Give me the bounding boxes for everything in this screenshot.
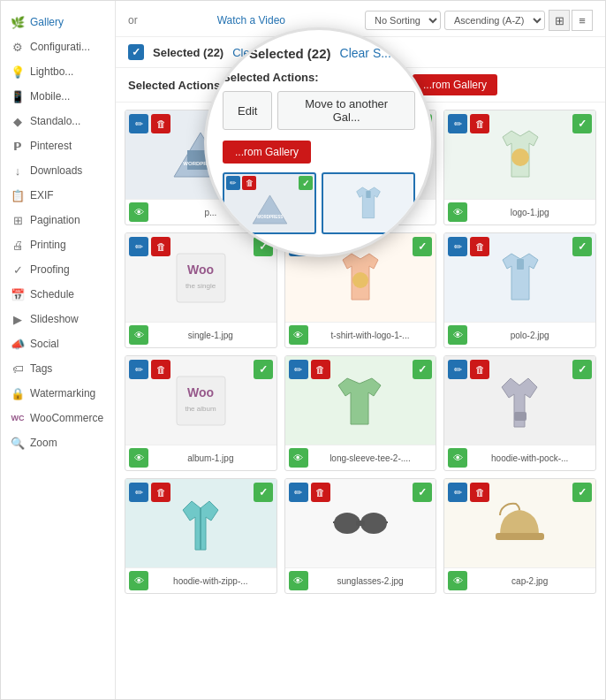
item-delete-button[interactable]: 🗑 (470, 483, 489, 502)
sidebar-item-standalone[interactable]: ◆ Standalo... (1, 109, 115, 133)
sidebar-item-social[interactable]: 📣 Social (1, 331, 115, 356)
magnifier-thumbnail-item1: ✏ 🗑 ✓ WORDPRESS (223, 172, 316, 234)
item-edit-button[interactable]: ✏ (448, 483, 467, 502)
schedule-icon: 📅 (11, 288, 24, 301)
item-preview-button[interactable]: 👁 (448, 571, 467, 590)
sidebar-label-standalone: Standalo... (30, 115, 80, 127)
item-delete-button[interactable]: 🗑 (470, 360, 489, 379)
item-edit-button[interactable]: ✏ (289, 483, 308, 502)
item-footer: 👁 logo-1.jpg (444, 199, 595, 224)
item-edit-button[interactable]: ✏ (448, 237, 467, 256)
item-edit-button[interactable]: ✏ (129, 360, 148, 379)
sidebar-item-zoom[interactable]: 🔍 Zoom (1, 430, 115, 455)
item-select-checkbox[interactable]: ✓ (572, 360, 592, 379)
item-delete-button[interactable]: 🗑 (151, 114, 170, 133)
sidebar-item-tags[interactable]: 🏷 Tags (1, 356, 115, 381)
item-preview-button[interactable]: 👁 (289, 571, 308, 590)
item-footer: 👁 hoodie-with-zipp-... (125, 567, 276, 593)
item-edit-button[interactable]: ✏ (129, 483, 148, 502)
sidebar-item-exif[interactable]: 📋 EXIF (1, 183, 115, 208)
item-footer: 👁 t-shirt-with-logo-1-... (285, 322, 436, 347)
item-delete-button[interactable]: 🗑 (151, 237, 170, 256)
sidebar-item-configuration[interactable]: ⚙ Configurati... (1, 34, 115, 59)
item-select-checkbox[interactable]: ✓ (254, 360, 273, 379)
sidebar-label-slideshow: Slideshow (30, 313, 79, 325)
item-edit-button[interactable]: ✏ (289, 360, 308, 379)
item-preview-button[interactable]: 👁 (448, 325, 467, 345)
item-select-checkbox[interactable]: ✓ (413, 360, 432, 379)
sidebar-label-schedule: Schedule (30, 288, 74, 301)
item-delete-button[interactable]: 🗑 (311, 360, 330, 379)
list-view-button[interactable]: ≡ (572, 10, 593, 31)
sidebar-label-woocommerce: WooCommerce (30, 412, 103, 424)
sidebar-label-social: Social (30, 338, 59, 350)
item-edit-button[interactable]: ✏ (448, 360, 467, 379)
item-name: t-shirt-with-logo-1-... (308, 331, 433, 340)
sidebar-item-downloads[interactable]: ↓ Downloads (1, 158, 115, 183)
sidebar-label-lightbox: Lightbo... (30, 65, 73, 78)
item-preview-button[interactable]: 👁 (289, 325, 308, 345)
item-footer: 👁 long-sleeve-tee-2-.... (285, 445, 436, 470)
item-preview-button[interactable]: 👁 (448, 448, 467, 468)
sidebar-item-gallery[interactable]: 🌿 Gallery (1, 10, 115, 34)
svg-point-10 (352, 272, 368, 288)
svg-rect-12 (177, 377, 225, 425)
watch-video-link[interactable]: Watch a Video (217, 14, 285, 27)
item-edit-button[interactable]: ✏ (129, 114, 148, 133)
top-bar: or Watch a Video No Sorting Ascending (A… (116, 1, 605, 37)
svg-text:the album: the album (185, 405, 216, 413)
item-select-checkbox[interactable]: ✓ (572, 114, 592, 133)
select-all-checkbox[interactable] (128, 44, 144, 60)
sidebar-item-pinterest[interactable]: 𝗣 Pinterest (1, 133, 115, 158)
item-select-checkbox[interactable]: ✓ (254, 483, 273, 502)
sidebar-item-slideshow[interactable]: ▶ Slideshow (1, 307, 115, 331)
sort-controls: No Sorting Ascending (A-Z) ⊞ ≡ (365, 10, 593, 31)
magnifier-selected-text: Selected (22) (249, 46, 331, 61)
sidebar-label-tags: Tags (30, 362, 52, 375)
sidebar-item-schedule[interactable]: 📅 Schedule (1, 282, 115, 307)
gallery-icon: 🌿 (11, 16, 24, 28)
sidebar-item-watermarking[interactable]: 🔒 Watermarking (1, 381, 115, 406)
item-preview-button[interactable]: 👁 (448, 202, 467, 222)
ascending-select[interactable]: Ascending (A-Z) (444, 11, 545, 30)
magnifier-move-button[interactable]: Move to another Gal... (277, 91, 415, 130)
magnifier-clear-button[interactable]: Clear S... (340, 46, 391, 60)
svg-rect-7 (177, 254, 225, 302)
item-delete-button[interactable]: 🗑 (151, 360, 170, 379)
item-toolbar: ✏ 🗑 ✓ (129, 360, 273, 379)
sidebar-label-mobile: Mobile... (30, 90, 70, 103)
item-preview-button[interactable]: 👁 (129, 571, 148, 590)
sidebar-item-pagination[interactable]: ⊞ Pagination (1, 208, 115, 232)
item-edit-button[interactable]: ✏ (129, 237, 148, 256)
item-preview-button[interactable]: 👁 (129, 448, 148, 468)
downloads-icon: ↓ (11, 164, 24, 177)
item-delete-button[interactable]: 🗑 (151, 483, 170, 502)
item-preview-button[interactable]: 👁 (129, 325, 148, 345)
remove-from-gallery-button[interactable]: ...rom Gallery (413, 74, 497, 95)
magnifier-remove-button[interactable]: ...rom Gallery (223, 141, 311, 164)
sidebar-item-mobile[interactable]: 📱 Mobile... (1, 84, 115, 109)
item-delete-button[interactable]: 🗑 (470, 114, 489, 133)
item-select-checkbox[interactable]: ✓ (572, 237, 592, 256)
sidebar-item-printing[interactable]: 🖨 Printing (1, 232, 115, 257)
item-select-checkbox[interactable]: ✓ (572, 483, 592, 502)
exif-icon: 📋 (11, 189, 24, 202)
sidebar-item-woocommerce[interactable]: WC WooCommerce (1, 406, 115, 430)
item-delete-button[interactable]: 🗑 (311, 483, 330, 502)
sidebar-item-proofing[interactable]: ✓ Proofing (1, 257, 115, 282)
item-footer: 👁 polo-2.jpg (444, 322, 595, 347)
magnifier-edit-button[interactable]: Edit (223, 91, 272, 130)
sidebar-item-lightbox[interactable]: 💡 Lightbo... (1, 59, 115, 84)
svg-text:the single: the single (186, 282, 216, 290)
item-preview-button[interactable]: 👁 (129, 202, 148, 222)
item-preview-button[interactable]: 👁 (289, 448, 308, 468)
watermarking-icon: 🔒 (11, 387, 24, 399)
item-select-checkbox[interactable]: ✓ (413, 483, 432, 502)
item-delete-button[interactable]: 🗑 (470, 237, 489, 256)
item-select-checkbox[interactable]: ✓ (413, 237, 432, 256)
item-edit-button[interactable]: ✏ (448, 114, 467, 133)
item-toolbar: ✏ 🗑 ✓ (448, 237, 592, 256)
no-sorting-select[interactable]: No Sorting (365, 11, 441, 30)
svg-marker-24 (253, 195, 287, 224)
grid-view-button[interactable]: ⊞ (549, 10, 570, 31)
